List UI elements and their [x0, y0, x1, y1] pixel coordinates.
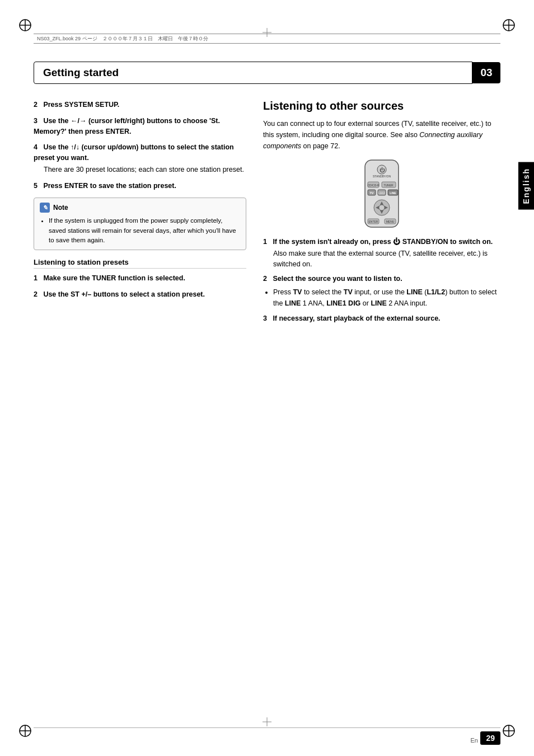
step-3-number: 3: [34, 117, 38, 125]
step-3: 3 Use the ←/→ (cursor left/right) button…: [34, 116, 246, 137]
corner-mark-bl: [17, 722, 34, 739]
step-2: 2 Press SYSTEM SETUP.: [34, 100, 246, 110]
preset-step-2: 2 Use the ST +/– buttons to select a sta…: [34, 289, 246, 300]
note-body: If the system is unplugged from the powe…: [40, 216, 240, 245]
step-4-number: 4: [34, 143, 38, 151]
step-3-label: Use the ←/→ (cursor left/right) buttons …: [34, 117, 220, 135]
step-5-number: 5: [34, 182, 38, 190]
header-text: NS03_ZFL.book 29 ページ ２０００年７月３１日 木曜日 午後７時…: [37, 35, 208, 43]
corner-mark-tl: [17, 17, 34, 34]
svg-point-33: [379, 205, 385, 210]
step-4-body: There are 30 preset locations; each can …: [44, 165, 246, 175]
preset-step-1-text: Make sure the TUNER function is selected…: [43, 274, 185, 282]
right-section-heading: Listening to other sources: [263, 100, 500, 112]
step-2-number: 2: [34, 101, 38, 109]
device-container: ⏻ STANDBY/ON CD/CD-R TUNER TV L1/L2 LINE: [263, 157, 500, 230]
chapter-number: 03: [472, 62, 500, 83]
svg-text:TV: TV: [369, 191, 373, 195]
svg-text:CD/CD-R: CD/CD-R: [367, 184, 379, 187]
page-number-box: 29: [480, 731, 500, 745]
note-box: ✎ Note If the system is unplugged from t…: [34, 198, 246, 250]
right-column: Listening to other sources You can conne…: [263, 100, 500, 330]
center-mark-bottom: [263, 717, 271, 728]
note-label: Note: [53, 204, 68, 212]
step-4: 4 Use the ↑/↓ (cursor up/down) buttons t…: [34, 142, 246, 175]
corner-mark-br: [500, 722, 517, 739]
svg-text:L1/L2: L1/L2: [378, 192, 385, 195]
preset-step-1-number: 1: [34, 274, 38, 282]
preset-step-2-number: 2: [34, 290, 38, 298]
right-step-1-label: If the system isn't already on, press ⏻ …: [273, 238, 493, 246]
step-5-text: Press ENTER to save the station preset.: [43, 182, 176, 190]
step-2-text: Press SYSTEM SETUP.: [43, 101, 119, 109]
step-5: 5 Press ENTER to save the station preset…: [34, 181, 246, 191]
svg-text:⏻: ⏻: [380, 167, 385, 173]
note-bullets-list: If the system is unplugged from the powe…: [40, 216, 240, 245]
remote-control-image: ⏻ STANDBY/ON CD/CD-R TUNER TV L1/L2 LINE: [351, 157, 413, 230]
svg-text:ENTER: ENTER: [369, 220, 378, 223]
page-number-sub: En: [471, 737, 478, 744]
right-intro-end: on page 72.: [303, 142, 340, 150]
right-step-1-number: 1: [263, 238, 267, 246]
corner-mark-tr: [500, 17, 517, 34]
header-strip: NS03_ZFL.book 29 ページ ２０００年７月３１日 木曜日 午後７時…: [34, 34, 500, 44]
note-bullet-item: If the system is unplugged from the powe…: [49, 216, 240, 245]
right-step-2-bullet-item: Press TV to select the TV input, or use …: [273, 287, 500, 309]
two-column-layout: 2 Press SYSTEM SETUP. 3 Use the ←/→ (cur…: [34, 100, 500, 330]
english-tab: English: [518, 162, 534, 210]
chapter-title: Getting started: [34, 62, 472, 84]
svg-text:MENU: MENU: [386, 220, 395, 223]
section-heading-presets: Listening to station presets: [34, 258, 246, 269]
right-step-2: 2 Select the source you want to listen t…: [263, 274, 500, 309]
preset-step-2-text: Use the ST +/– buttons to select a stati…: [43, 290, 205, 298]
right-step-2-number: 2: [263, 275, 267, 283]
right-intro: You can connect up to four external sour…: [263, 118, 500, 152]
svg-text:TUNER: TUNER: [383, 184, 394, 187]
main-content: Getting started 03 English 2 Press SYSTE…: [34, 50, 500, 711]
right-step-1-body: Also make sure that the external source …: [273, 248, 500, 270]
right-step-2-label: Select the source you want to listen to.: [273, 275, 402, 283]
right-step-1: 1 If the system isn't already on, press …: [263, 237, 500, 269]
chapter-header: Getting started 03: [34, 62, 500, 84]
right-step-3-number: 3: [263, 314, 267, 322]
right-step-2-bullets: Press TV to select the TV input, or use …: [273, 287, 500, 309]
svg-text:LINE: LINE: [390, 191, 396, 195]
note-icon: ✎: [40, 203, 50, 213]
svg-text:STANDBY/ON: STANDBY/ON: [373, 175, 391, 178]
left-column: 2 Press SYSTEM SETUP. 3 Use the ←/→ (cur…: [34, 100, 246, 330]
preset-step-1: 1 Make sure the TUNER function is select…: [34, 273, 246, 284]
right-step-3: 3 If necessary, start playback of the ex…: [263, 313, 500, 324]
right-step-3-label: If necessary, start playback of the exte…: [273, 314, 440, 322]
step-4-label: Use the ↑/↓ (cursor up/down) buttons to …: [34, 143, 234, 162]
note-header: ✎ Note: [40, 203, 240, 213]
